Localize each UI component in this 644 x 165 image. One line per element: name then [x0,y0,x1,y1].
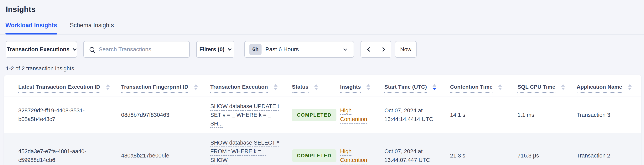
tab-workload-insights[interactable]: Workload Insights [6,22,57,34]
now-button[interactable]: Now [395,41,416,58]
fingerprint-id-cell: 480a8b217be006fe [121,146,210,165]
sort-arrows-icon [561,84,565,93]
execution-type-label: Transaction Executions [7,46,70,53]
fingerprint-id-cell: 08d8b7d97f830463 [121,106,210,124]
search-icon [90,47,94,52]
status-cell: COMPLETED [292,104,340,126]
search-box[interactable] [84,41,190,58]
filters-label: Filters (0) [199,46,224,53]
column-header-latest-transaction-execution-id[interactable]: Latest Transaction Execution ID [18,84,121,97]
time-range-pager [360,41,391,58]
column-header-contention-time[interactable]: Contention Time [450,84,518,97]
sort-arrows-icon [628,84,632,93]
toolbar: Transaction Executions Filters (0) 6h Pa… [0,41,644,58]
chevron-down-icon [344,47,347,51]
transaction-execution-cell: SHOW database SELECT * FROM t WHERE k = … [210,133,292,165]
sort-arrows-icon [498,84,502,93]
insight-link[interactable]: High Contention [340,147,374,164]
latest-execution-id-cell: 452da3e7-e7fa-4801-aa40-c59988d14eb6 [18,142,121,165]
insights-cell: High Contention [340,142,384,165]
insight-link[interactable]: High Contention [340,106,374,123]
column-header-sql-cpu-time[interactable]: SQL CPU Time [518,84,576,97]
chevron-left-icon [367,47,372,52]
table-row: 328729d2-ff19-4408-8531-b05a5b4e43c7 08d… [4,97,641,133]
sql-cpu-time-cell: 1.1 ms [518,106,576,124]
transaction-execution-cell: SHOW database UPDATE t SET v = _ WHERE k… [210,97,292,133]
sort-arrows-icon [194,84,198,93]
contention-time-cell: 14.1 s [450,106,518,124]
filters-dropdown[interactable]: Filters (0) [196,41,234,58]
insights-table-card: Latest Transaction Execution ID Transact… [4,75,641,165]
column-header-application-name[interactable]: Application Name [576,84,636,97]
sort-arrows-icon [366,84,370,93]
start-time-cell: Oct 07, 2024 at 13:44:07.447 UTC [384,142,450,165]
search-input[interactable] [98,46,185,53]
insights-cell: High Contention [340,101,384,128]
sql-cpu-time-cell: 716.3 µs [518,146,576,165]
column-header-start-time[interactable]: Start Time (UTC) [384,84,450,97]
tab-schema-insights[interactable]: Schema Insights [70,22,114,34]
application-name-cell: Transaction 3 [576,106,636,124]
table-header-row: Latest Transaction Execution ID Transact… [4,75,641,97]
time-range-label: Past 6 Hours [266,46,299,53]
status-cell: COMPLETED [292,144,340,165]
results-summary: 1-2 of 2 transaction insights [6,65,74,72]
tab-bar: Workload Insights Schema Insights [0,0,644,35]
insights-page: Insights Workload Insights Schema Insigh… [0,0,644,165]
transaction-execution-link[interactable]: SHOW database UPDATE t SET v = _ WHERE k… [210,102,284,128]
tab-label: Workload Insights [6,22,57,29]
chevron-down-icon [73,47,77,51]
tab-label: Schema Insights [70,22,114,29]
status-badge: COMPLETED [292,149,336,162]
time-range-badge: 6h [250,44,262,55]
sort-arrows-icon [432,84,436,93]
column-header-transaction-execution[interactable]: Transaction Execution [210,84,292,97]
time-next-button[interactable] [376,42,391,57]
sort-arrows-icon [274,84,278,93]
chevron-right-icon [380,47,385,52]
time-range-picker[interactable]: 6h Past 6 Hours [244,41,354,58]
execution-type-dropdown[interactable]: Transaction Executions [6,41,77,58]
toolbar-divider [240,41,240,58]
latest-execution-id-cell: 328729d2-ff19-4408-8531-b05a5b4e43c7 [18,101,121,128]
time-prev-button[interactable] [361,42,376,57]
sort-arrows-icon [106,84,110,93]
status-badge: COMPLETED [292,109,336,121]
table-row: 452da3e7-e7fa-4801-aa40-c59988d14eb6 480… [4,133,641,165]
chevron-down-icon [228,47,232,51]
start-time-cell: Oct 07, 2024 at 13:44:14.4414 UTC [384,101,450,128]
sort-arrows-icon [314,84,318,93]
column-header-insights[interactable]: Insights [340,84,384,97]
application-name-cell: Transaction 2 [576,146,636,165]
transaction-execution-link[interactable]: SHOW database SELECT * FROM t WHERE k = … [210,138,284,165]
contention-time-cell: 21.3 s [450,146,518,165]
column-header-transaction-fingerprint-id[interactable]: Transaction Fingerprint ID [121,84,210,97]
column-header-status[interactable]: Status [292,84,340,97]
